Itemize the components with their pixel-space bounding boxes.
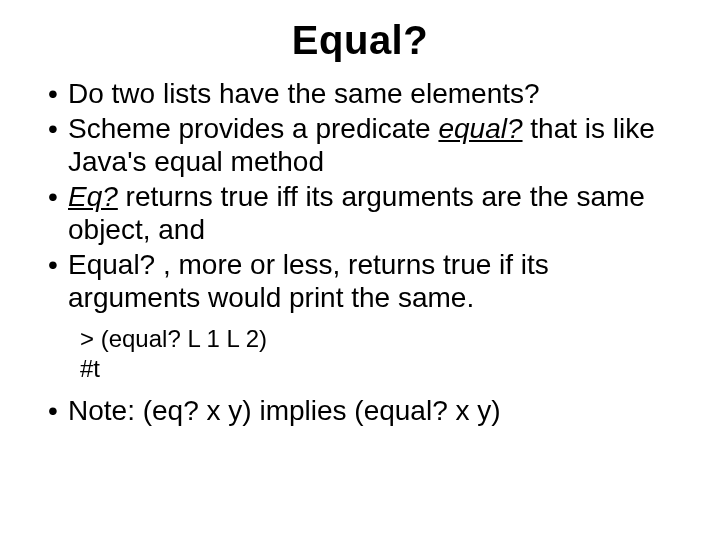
bullet-item: Do two lists have the same elements?	[48, 77, 676, 110]
bullet-text: Do two lists have the same elements?	[68, 78, 540, 109]
bullet-list: Do two lists have the same elements? Sch…	[44, 77, 676, 314]
code-line: > (equal? L 1 L 2)	[80, 324, 676, 354]
bullet-item: Eq? returns true iff its arguments are t…	[48, 180, 676, 246]
bullet-text: returns true iff its arguments are the s…	[68, 181, 645, 245]
keyword-eq: Eq?	[68, 181, 118, 212]
bullet-item: Scheme provides a predicate equal? that …	[48, 112, 676, 178]
keyword-equal: equal?	[438, 113, 522, 144]
slide: Equal? Do two lists have the same elemen…	[0, 0, 720, 540]
bullet-item: Equal? , more or less, returns true if i…	[48, 248, 676, 314]
code-line: #t	[80, 354, 676, 384]
bullet-item: Note: (eq? x y) implies (equal? x y)	[48, 394, 676, 427]
bullet-text: Note: (eq? x y) implies (equal? x y)	[68, 395, 501, 426]
bullet-text: Equal? , more or less, returns true if i…	[68, 249, 549, 313]
bullet-list: Note: (eq? x y) implies (equal? x y)	[44, 394, 676, 427]
bullet-text: Scheme provides a predicate	[68, 113, 438, 144]
slide-title: Equal?	[44, 18, 676, 63]
code-example: > (equal? L 1 L 2) #t	[44, 316, 676, 394]
